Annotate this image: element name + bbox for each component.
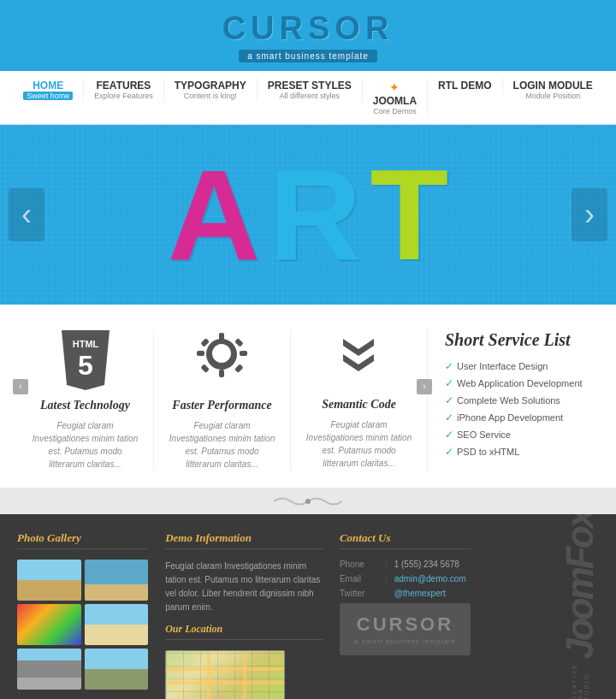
hero-slider: ‹ A R T › — [0, 125, 616, 305]
service-item-2: ✓ Complete Web Solutions — [445, 394, 599, 406]
service-item-5: ✓ PSD to xHTML — [445, 446, 599, 458]
check-icon: ✓ — [445, 394, 453, 406]
phone-value: 1 (555) 234 5678 — [394, 560, 459, 569]
joomfox-brand: JoomFox — [561, 510, 599, 660]
twitter-label: Twitter — [340, 589, 378, 598]
features-section: ‹ HTML 5 Latest Technology Feugiat clara… — [0, 305, 616, 489]
feature-semantic: Semantic Code Feugiat claram Investigati… — [291, 330, 428, 471]
nav-item-login[interactable]: LOGIN MODULE Module Position — [503, 78, 603, 102]
feature-performance-desc: Feugiat claram Investigationes minim tat… — [167, 419, 277, 471]
joomfox-sub: CREATIVE WEB STUDIO — [572, 663, 589, 700]
features-list: ‹ HTML 5 Latest Technology Feugiat clara… — [17, 330, 428, 471]
chevron-icon — [304, 330, 414, 393]
nav-item-features[interactable]: FEATURES Explore Features — [84, 78, 164, 102]
map-road — [207, 651, 210, 699]
nav-item-joomla[interactable]: ✦ JOOMLA Core Demos — [363, 78, 428, 117]
main-nav: HOME Sweet home FEATURES Explore Feature… — [0, 71, 616, 125]
footer: Photo Gallery Demo Information Feugiat c… — [0, 514, 616, 699]
nav-item-home[interactable]: HOME Sweet home — [13, 78, 84, 102]
demo-text: Feugiat claram Investigationes minim tat… — [165, 560, 323, 614]
svg-rect-9 — [234, 338, 244, 347]
svg-rect-4 — [219, 333, 224, 341]
gallery-thumb-1[interactable] — [85, 560, 149, 601]
feature-semantic-desc: Feugiat claram Investigationes minim tat… — [304, 418, 414, 470]
hero-prev-button[interactable]: ‹ — [9, 188, 44, 241]
feature-semantic-title: Semantic Code — [304, 398, 414, 412]
footer-demo: Demo Information Feugiat claram Investig… — [165, 531, 323, 699]
check-icon: ✓ — [445, 377, 453, 389]
features-prev-button[interactable]: ‹ — [13, 379, 28, 394]
location-title: Our Location — [165, 623, 323, 640]
feature-html5-title: Latest Technology — [30, 399, 140, 412]
gear-icon — [167, 330, 277, 394]
services-panel: Short Service List ✓ User Interface Desi… — [428, 330, 599, 471]
feature-html5: HTML 5 Latest Technology Feugiat claram … — [17, 330, 154, 471]
hero-art: A R T — [168, 151, 448, 279]
service-item-1: ✓ Web Application Development — [445, 377, 599, 389]
map-road — [166, 667, 284, 671]
phone-sep: : — [385, 560, 388, 569]
joomla-icon: ✦ — [389, 80, 400, 94]
features-next-button[interactable]: › — [417, 379, 432, 394]
site-header: CURSOR a smart business template — [0, 0, 616, 71]
email-value[interactable]: admin@demo.com — [394, 574, 466, 583]
hero-next-button[interactable]: › — [572, 188, 607, 241]
map-thumbnail[interactable] — [165, 650, 285, 699]
contact-phone-row: Phone : 1 (555) 234 5678 — [340, 560, 471, 569]
phone-label: Phone — [340, 560, 378, 569]
wave-separator — [0, 489, 616, 514]
site-subtitle: a smart business template — [239, 50, 377, 62]
check-icon: ✓ — [445, 446, 453, 458]
service-item-3: ✓ iPhone App Development — [445, 412, 599, 424]
service-item-4: ✓ SEO Service — [445, 429, 599, 441]
gallery-grid — [17, 560, 148, 690]
footer-brand: JoomFox CREATIVE WEB STUDIO — [488, 531, 599, 699]
map-road — [243, 651, 246, 699]
svg-rect-10 — [200, 364, 210, 373]
nav-item-rtl[interactable]: RTL DEMO — [428, 78, 502, 93]
svg-rect-8 — [200, 338, 210, 347]
svg-rect-11 — [234, 364, 244, 373]
nav-item-typography[interactable]: TYPOGRAPHY Content is king! — [164, 78, 258, 102]
twitter-sep: : — [385, 589, 388, 598]
gallery-thumb-2[interactable] — [17, 604, 81, 645]
nav-item-preset-styles[interactable]: PRESET STYLES All different styles — [258, 78, 363, 102]
hero-letter-t: T — [370, 151, 449, 279]
cursor-logo-box: CURSOR a smart business template — [340, 603, 471, 655]
service-item-0: ✓ User Interface Design — [445, 360, 599, 372]
gallery-thumb-5[interactable] — [85, 649, 149, 690]
gallery-thumb-0[interactable] — [17, 560, 81, 601]
map-road — [166, 681, 284, 684]
svg-text:HTML: HTML — [72, 339, 98, 349]
feature-html5-desc: Feugiat claram Investigationes minim tat… — [30, 419, 140, 471]
services-title: Short Service List — [445, 330, 599, 350]
svg-point-12 — [305, 499, 311, 504]
site-title: CURSOR — [0, 10, 616, 47]
email-sep: : — [385, 574, 388, 583]
svg-rect-7 — [240, 351, 247, 356]
gallery-title: Photo Gallery — [17, 531, 148, 549]
contact-twitter-row: Twitter : @themexpert — [340, 589, 471, 598]
hero-letter-a: A — [168, 151, 260, 279]
footer-gallery: Photo Gallery — [17, 531, 148, 699]
twitter-value[interactable]: @themexpert — [394, 589, 446, 598]
footer-contact: Contact Us Phone : 1 (555) 234 5678 Emai… — [340, 531, 471, 699]
demo-title: Demo Information — [165, 531, 323, 549]
hero-letter-r: R — [269, 151, 361, 279]
check-icon: ✓ — [445, 412, 453, 424]
contact-email-row: Email : admin@demo.com — [340, 574, 471, 583]
contact-title: Contact Us — [340, 531, 471, 549]
svg-text:5: 5 — [78, 350, 93, 381]
svg-rect-5 — [219, 370, 224, 377]
svg-rect-6 — [197, 351, 204, 356]
gallery-thumb-3[interactable] — [85, 604, 149, 645]
cursor-logo: CURSOR — [353, 613, 457, 636]
feature-performance-title: Faster Performance — [167, 399, 277, 412]
check-icon: ✓ — [445, 360, 453, 372]
svg-point-3 — [216, 348, 227, 358]
email-label: Email — [340, 574, 378, 583]
html5-icon: HTML 5 — [58, 330, 113, 392]
gallery-thumb-4[interactable] — [17, 649, 81, 690]
cursor-logo-sub: a smart business template — [353, 637, 457, 645]
check-icon: ✓ — [445, 429, 453, 441]
